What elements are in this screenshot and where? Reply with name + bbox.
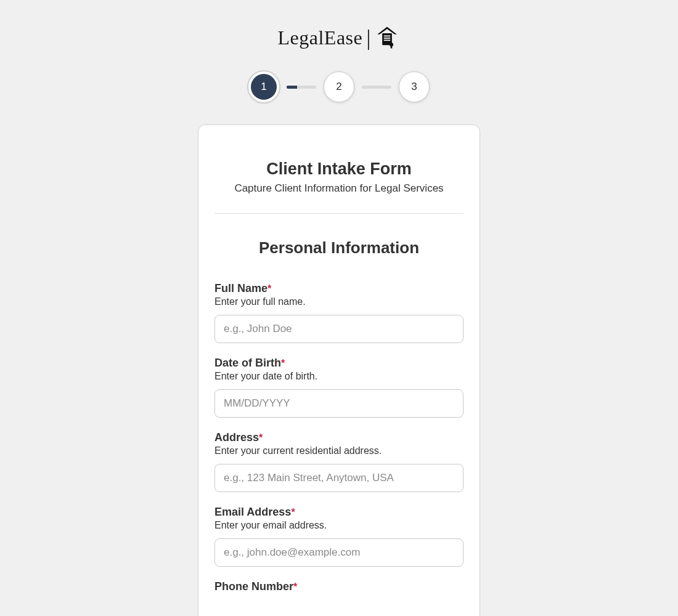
step-2[interactable]: 2 xyxy=(324,71,354,102)
section-title: Personal Information xyxy=(214,238,464,257)
intake-form-card: Client Intake Form Capture Client Inform… xyxy=(198,124,480,616)
svg-rect-6 xyxy=(391,46,393,48)
step-1-label: 1 xyxy=(261,81,266,93)
email-label: Email Address xyxy=(214,506,291,518)
step-connector-2 xyxy=(362,86,391,89)
required-marker: * xyxy=(259,432,263,443)
form-subtitle: Capture Client Information for Legal Ser… xyxy=(214,182,464,195)
field-phone: Phone Number* xyxy=(214,580,464,593)
form-stepper: 1 2 3 xyxy=(248,71,430,102)
required-marker: * xyxy=(268,283,271,294)
step-3[interactable]: 3 xyxy=(399,71,430,102)
field-email: Email Address* Enter your email address. xyxy=(214,506,464,567)
divider xyxy=(214,213,464,214)
svg-rect-4 xyxy=(384,40,391,41)
step-1[interactable]: 1 xyxy=(248,71,279,102)
house-document-icon xyxy=(374,25,400,51)
step-3-label: 3 xyxy=(411,81,417,93)
dob-label: Date of Birth xyxy=(214,357,281,369)
brand-logo: LegalEase | xyxy=(278,25,401,51)
full-name-desc: Enter your full name. xyxy=(214,296,464,307)
full-name-label: Full Name xyxy=(214,282,268,294)
address-input[interactable] xyxy=(214,464,464,492)
address-label: Address xyxy=(214,431,259,444)
dob-desc: Enter your date of birth. xyxy=(214,371,464,382)
required-marker: * xyxy=(291,507,295,517)
email-desc: Enter your email address. xyxy=(214,520,464,531)
full-name-input[interactable] xyxy=(214,315,464,343)
address-desc: Enter your current residential address. xyxy=(214,445,464,456)
field-dob: Date of Birth* Enter your date of birth. xyxy=(214,357,464,418)
required-marker: * xyxy=(281,358,285,368)
dob-input[interactable] xyxy=(214,389,464,418)
email-input[interactable] xyxy=(214,538,464,567)
required-marker: * xyxy=(293,582,297,592)
brand-divider: | xyxy=(366,26,370,49)
form-title: Client Intake Form xyxy=(214,160,464,179)
svg-rect-3 xyxy=(384,38,391,39)
field-full-name: Full Name* Enter your full name. xyxy=(214,282,464,343)
svg-rect-2 xyxy=(384,36,391,37)
step-connector-1 xyxy=(287,86,316,89)
field-address: Address* Enter your current residential … xyxy=(214,431,464,492)
brand-name: LegalEase xyxy=(278,26,363,49)
svg-marker-0 xyxy=(378,27,398,34)
phone-label: Phone Number xyxy=(214,580,293,593)
step-connector-1-fill xyxy=(287,86,297,89)
step-2-label: 2 xyxy=(336,81,341,93)
